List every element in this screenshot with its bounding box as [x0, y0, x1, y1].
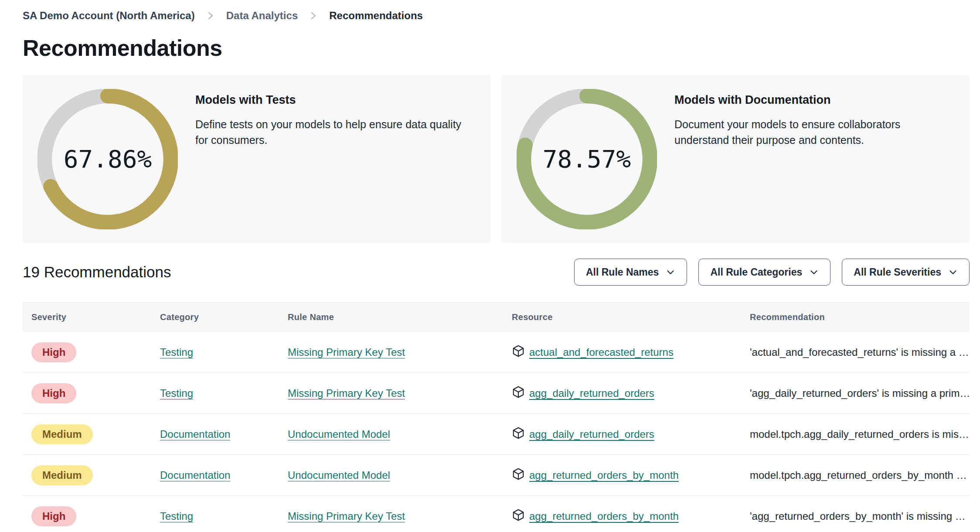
table-header-row: Severity Category Rule Name Resource Rec… [23, 302, 970, 332]
table-row: High Testing Missing Primary Key Test ac… [23, 332, 970, 373]
category-link[interactable]: Testing [160, 510, 193, 522]
box-icon [512, 467, 525, 483]
chevron-down-icon [948, 267, 958, 277]
documentation-card-title: Models with Documentation [674, 93, 955, 107]
severity-badge: Medium [31, 465, 93, 485]
severity-badge: Medium [31, 424, 93, 444]
rule-name-link[interactable]: Missing Primary Key Test [288, 510, 405, 522]
breadcrumb: SA Demo Account (North America) Data Ana… [23, 10, 970, 22]
recommendations-table: Severity Category Rule Name Resource Rec… [23, 302, 970, 532]
rule-names-filter-label: All Rule Names [586, 266, 659, 278]
column-header-rule-name: Rule Name [279, 312, 503, 322]
chevron-down-icon [809, 267, 819, 277]
breadcrumb-account-link[interactable]: SA Demo Account (North America) [23, 10, 195, 22]
filter-bar: All Rule Names All Rule Categories All R… [574, 259, 970, 286]
table-row: Medium Documentation Undocumented Model … [23, 414, 970, 455]
documentation-donut-chart: 78.57% [517, 89, 657, 229]
severity-badge: High [31, 383, 76, 403]
recommendation-text: 'agg_daily_returned_orders' is missing a… [741, 387, 970, 399]
documentation-card-text: Models with Documentation Document your … [674, 75, 955, 148]
recommendations-page: SA Demo Account (North America) Data Ana… [0, 0, 980, 532]
column-header-severity: Severity [23, 312, 151, 322]
models-with-tests-card: 67.86% Models with Tests Define tests on… [23, 75, 490, 243]
tests-percent-value: 67.86% [37, 89, 178, 229]
chevron-right-icon [207, 10, 214, 21]
table-row: High Testing Missing Primary Key Test ag… [23, 373, 970, 414]
recommendation-text: model.tpch.agg_daily_returned_orders is … [741, 428, 970, 440]
tests-card-text: Models with Tests Define tests on your m… [195, 75, 476, 148]
page-title: Recommendations [23, 35, 970, 61]
tests-donut-chart: 67.86% [37, 89, 178, 229]
rule-name-link[interactable]: Missing Primary Key Test [288, 346, 405, 358]
rule-name-link[interactable]: Missing Primary Key Test [288, 387, 405, 399]
column-header-category: Category [151, 312, 279, 322]
resource-link[interactable]: agg_daily_returned_orders [529, 428, 654, 440]
category-link[interactable]: Testing [160, 346, 193, 358]
box-icon [512, 344, 525, 360]
list-header-bar: 19 Recommendations All Rule Names All Ru… [23, 259, 970, 286]
models-with-documentation-card: 78.57% Models with Documentation Documen… [502, 75, 970, 243]
column-header-recommendation: Recommendation [741, 312, 970, 322]
box-icon [512, 426, 525, 442]
severity-badge: High [31, 506, 76, 526]
resource-link[interactable]: actual_and_forecasted_returns [529, 346, 674, 358]
documentation-percent-value: 78.57% [517, 89, 657, 229]
recommendations-count-title: 19 Recommendations [23, 263, 171, 281]
box-icon [512, 508, 525, 524]
rule-categories-filter-label: All Rule Categories [710, 266, 802, 278]
documentation-card-description: Document your models to ensure collabora… [674, 116, 955, 148]
rule-names-filter-dropdown[interactable]: All Rule Names [574, 259, 687, 286]
recommendation-text: 'agg_returned_orders_by_month' is missin… [741, 510, 970, 522]
tests-card-description: Define tests on your models to help ensu… [195, 116, 476, 148]
resource-link[interactable]: agg_daily_returned_orders [529, 387, 654, 399]
chevron-down-icon [666, 267, 675, 277]
category-link[interactable]: Documentation [160, 469, 230, 481]
recommendation-text: model.tpch.agg_returned_orders_by_month … [741, 469, 970, 481]
recommendation-text: 'actual_and_forecasted_returns' is missi… [741, 346, 970, 358]
rule-name-link[interactable]: Undocumented Model [288, 469, 390, 481]
table-row: Medium Documentation Undocumented Model … [23, 455, 970, 496]
chevron-right-icon [310, 10, 317, 21]
resource-link[interactable]: agg_returned_orders_by_month [529, 510, 679, 522]
breadcrumb-current: Recommendations [329, 10, 423, 22]
rule-categories-filter-dropdown[interactable]: All Rule Categories [698, 259, 830, 286]
column-header-resource: Resource [503, 312, 741, 322]
box-icon [512, 385, 525, 401]
tests-card-title: Models with Tests [195, 93, 476, 107]
category-link[interactable]: Documentation [160, 428, 230, 440]
table-row: High Testing Missing Primary Key Test ag… [23, 496, 970, 532]
breadcrumb-project-link[interactable]: Data Analytics [226, 10, 298, 22]
rule-name-link[interactable]: Undocumented Model [288, 428, 390, 440]
rule-severities-filter-label: All Rule Severities [854, 266, 941, 278]
rule-severities-filter-dropdown[interactable]: All Rule Severities [842, 259, 970, 286]
severity-badge: High [31, 342, 76, 362]
category-link[interactable]: Testing [160, 387, 193, 399]
metric-cards: 67.86% Models with Tests Define tests on… [23, 75, 970, 243]
resource-link[interactable]: agg_returned_orders_by_month [529, 469, 679, 481]
